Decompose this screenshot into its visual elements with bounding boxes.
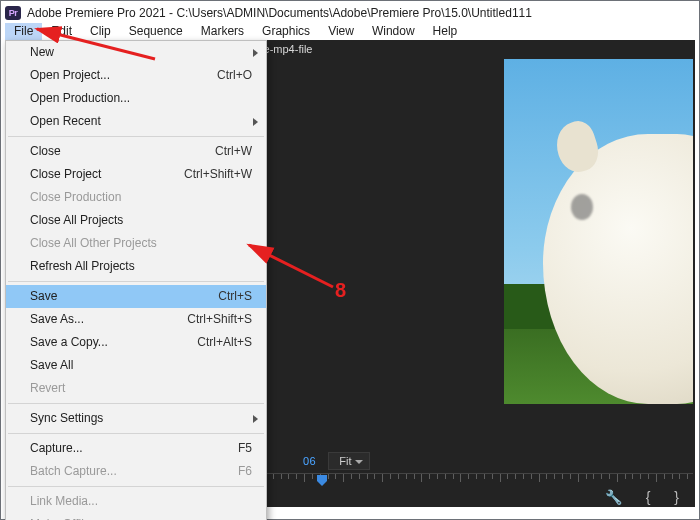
menu-item-shortcut: Ctrl+O [217,68,252,83]
menu-item-shortcut: F6 [238,464,252,479]
menu-item-label: New [30,45,54,60]
file-menu-link-media: Link Media... [6,490,266,513]
file-menu-batch-capture: Batch Capture...F6 [6,460,266,483]
file-menu-save-all[interactable]: Save All [6,354,266,377]
file-menu-open-recent[interactable]: Open Recent [6,110,266,133]
file-menu-sync-settings[interactable]: Sync Settings [6,407,266,430]
file-menu-save[interactable]: SaveCtrl+S [6,285,266,308]
menu-item-label: Close Production [30,190,121,205]
file-menu-open-project[interactable]: Open Project...Ctrl+O [6,64,266,87]
menu-item-shortcut: Ctrl+S [218,289,252,304]
menu-separator [8,403,264,404]
menu-item-label: Open Project... [30,68,110,83]
file-menu-save-a-copy[interactable]: Save a Copy...Ctrl+Alt+S [6,331,266,354]
menu-item-label: Revert [30,381,65,396]
menu-clip[interactable]: Clip [81,23,120,40]
file-menu-new[interactable]: New [6,41,266,64]
playhead-icon[interactable] [317,475,327,485]
menu-item-label: Capture... [30,441,83,456]
menu-item-label: Save All [30,358,73,373]
file-menu-capture[interactable]: Capture...F5 [6,437,266,460]
menu-separator [8,486,264,487]
menu-item-label: Close [30,144,61,159]
menu-item-shortcut: Ctrl+Shift+W [184,167,252,182]
zoom-select[interactable]: Fit [328,452,370,470]
menu-item-label: Refresh All Projects [30,259,135,274]
chevron-right-icon [253,415,258,423]
menu-item-label: Open Production... [30,91,130,106]
zoom-select-label: Fit [339,455,351,467]
chevron-right-icon [253,118,258,126]
menu-item-label: Save [30,289,57,304]
menu-item-label: Save a Copy... [30,335,108,350]
menu-separator [8,136,264,137]
file-menu-close-all-other-projects: Close All Other Projects [6,232,266,255]
menu-separator [8,281,264,282]
menu-markers[interactable]: Markers [192,23,253,40]
wrench-icon[interactable]: 🔧 [605,489,622,505]
file-menu-close[interactable]: CloseCtrl+W [6,140,266,163]
file-menu-close-project[interactable]: Close ProjectCtrl+Shift+W [6,163,266,186]
menu-view[interactable]: View [319,23,363,40]
file-menu-close-all-projects[interactable]: Close All Projects [6,209,266,232]
title-bar: Pr Adobe Premiere Pro 2021 - C:\Users\AD… [5,4,695,22]
annotation-step-8: 8 [335,279,346,302]
menu-item-label: Sync Settings [30,411,103,426]
monitor-tool-icons: 🔧 { } [605,489,679,505]
menu-item-shortcut: Ctrl+W [215,144,252,159]
menu-item-label: Open Recent [30,114,101,129]
menu-item-shortcut: F5 [238,441,252,456]
menu-edit[interactable]: Edit [42,23,81,40]
menu-graphics[interactable]: Graphics [253,23,319,40]
file-menu-open-production[interactable]: Open Production... [6,87,266,110]
menu-file[interactable]: File [5,23,42,40]
chevron-right-icon [253,49,258,57]
timeline-ruler[interactable] [265,473,693,488]
file-menu-make-offline: Make Offline... [6,513,266,520]
menu-window[interactable]: Window [363,23,424,40]
timecode-display[interactable]: 06 [303,455,316,467]
menu-help[interactable]: Help [424,23,467,40]
file-menu-save-as[interactable]: Save As...Ctrl+Shift+S [6,308,266,331]
window-title: Adobe Premiere Pro 2021 - C:\Users\ADMIN… [27,6,532,20]
menu-item-shortcut: Ctrl+Shift+S [187,312,252,327]
menu-item-label: Link Media... [30,494,98,509]
program-monitor[interactable] [504,59,693,404]
mark-out-icon[interactable]: } [674,489,679,505]
menu-item-label: Close All Projects [30,213,123,228]
menu-item-label: Batch Capture... [30,464,117,479]
file-menu-refresh-all-projects[interactable]: Refresh All Projects [6,255,266,278]
mark-in-icon[interactable]: { [646,489,651,505]
file-menu-dropdown: NewOpen Project...Ctrl+OOpen Production.… [5,40,267,520]
menu-sequence[interactable]: Sequence [120,23,192,40]
app-badge-icon: Pr [5,6,21,20]
menu-item-label: Close All Other Projects [30,236,157,251]
file-menu-revert: Revert [6,377,266,400]
menu-separator [8,433,264,434]
menu-item-label: Close Project [30,167,101,182]
menu-bar: File Edit Clip Sequence Markers Graphics… [5,23,695,41]
menu-item-label: Save As... [30,312,84,327]
file-menu-close-production: Close Production [6,186,266,209]
menu-item-shortcut: Ctrl+Alt+S [197,335,252,350]
